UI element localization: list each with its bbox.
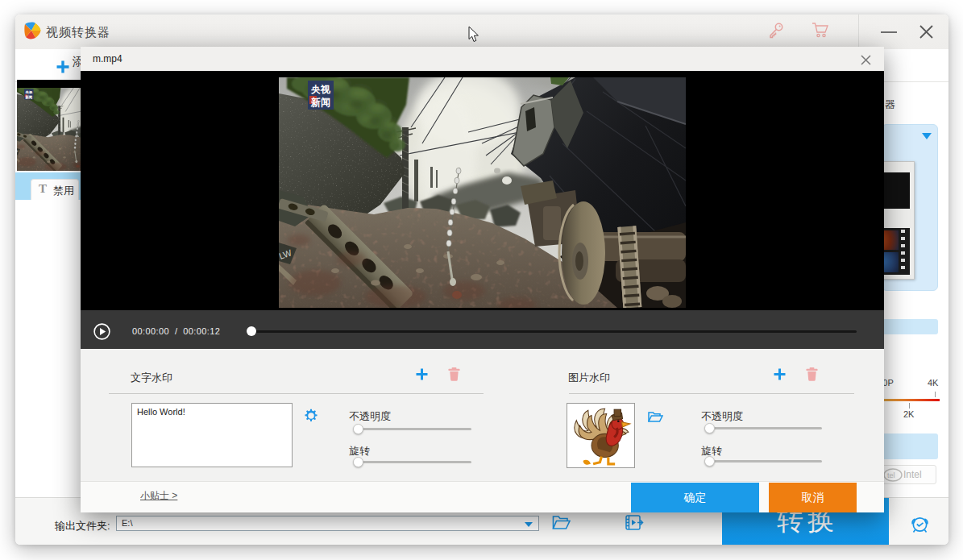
svg-text:tel: tel (887, 471, 895, 479)
